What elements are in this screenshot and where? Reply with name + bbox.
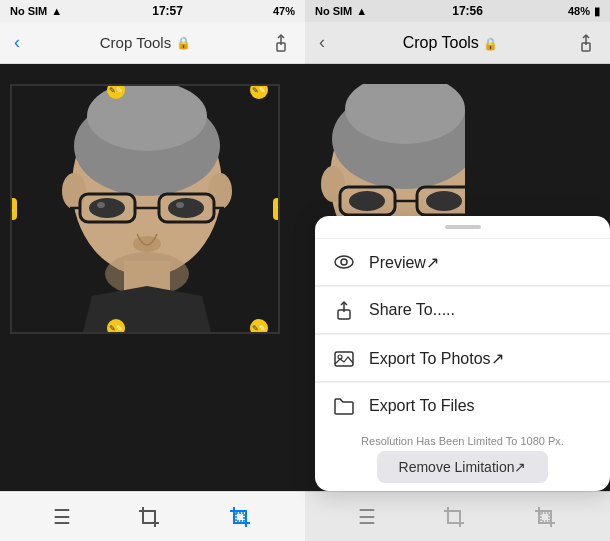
svg-point-35 [335,256,353,268]
svg-point-32 [349,191,385,211]
right-status-bar: No SIM ▲ 17:56 48% ▮ [305,0,610,22]
left-time: 17:57 [152,4,183,18]
back-button-left[interactable]: ‹ [14,32,20,53]
svg-rect-40 [541,513,549,521]
share-icon [333,299,355,321]
left-status-bar: No SIM ▲ 17:57 47% [0,0,305,22]
lock-icon-right: 🔒 [483,37,498,51]
left-bottom-nav: ☰ [0,491,305,541]
export-photos-item[interactable]: Export To Photos↗ [315,334,610,381]
share-label: Share To..... [369,301,455,319]
remove-limitation-button[interactable]: Remove Limitation↗ [377,451,549,483]
back-button-right[interactable]: ‹ [319,32,325,53]
svg-point-14 [168,198,204,218]
right-battery-icon: ▮ [594,5,600,18]
folder-icon [333,395,355,417]
wifi-icon-left: ▲ [51,5,62,17]
crop-button[interactable] [137,505,161,529]
right-toolbar: ‹ Crop Tools 🔒 [305,22,610,64]
right-status-right: 48% ▮ [568,5,600,18]
left-status-left: No SIM ▲ [10,5,62,17]
right-time: 17:56 [452,4,483,18]
svg-point-15 [97,202,105,208]
lock-icon-left: 🔒 [176,36,191,50]
export-files-label: Export To Files [369,397,475,415]
svg-point-33 [426,191,462,211]
no-sim-label: No SIM [10,5,47,17]
crop-handle-middle-left[interactable] [10,198,17,220]
share-button-right[interactable] [576,33,596,53]
preview-item[interactable]: Preview↗ [315,238,610,285]
share-button-left[interactable] [271,33,291,53]
menu-button[interactable]: ☰ [53,505,71,529]
crop-tools-title-right: Crop Tools [403,34,479,51]
right-status-left: No SIM ▲ [315,5,367,17]
left-toolbar: ‹ Crop Tools 🔒 [0,22,305,64]
resolution-text: Resolution Has Been Limited To 1080 Px. [315,429,610,451]
left-panel: No SIM ▲ 17:57 47% ‹ Crop Tools 🔒 [0,0,305,541]
right-toolbar-title: Crop Tools 🔒 [403,34,499,52]
crop-handle-bottom-right[interactable]: ✎ [250,319,268,334]
active-crop-button[interactable] [228,505,252,529]
battery-left: 47% [273,5,295,17]
right-crop-button[interactable] [442,505,466,529]
remove-limitation-label: Remove Limitation↗ [399,459,527,475]
svg-point-4 [62,173,86,209]
right-carrier: No SIM [315,5,352,17]
photo-icon [333,347,355,369]
svg-point-16 [176,202,184,208]
export-files-item[interactable]: Export To Files [315,382,610,429]
left-toolbar-title: Crop Tools 🔒 [100,34,191,51]
right-menu-button[interactable]: ☰ [358,505,376,529]
right-wifi-icon: ▲ [356,5,367,17]
svg-point-5 [208,173,232,209]
action-sheet: Preview↗ Share To..... E [315,216,610,491]
eye-icon [333,251,355,273]
right-active-crop-button[interactable] [533,505,557,529]
right-bottom-nav: ☰ [305,491,610,541]
face-image-left: ✎ ✎ ✎ ✎ [10,84,280,334]
remove-btn-container: Remove Limitation↗ [315,451,610,491]
svg-point-36 [341,259,347,265]
left-image-area: ✎ ✎ ✎ ✎ [0,64,305,491]
sheet-handle-bar [445,225,481,229]
sheet-handle [315,216,610,238]
crop-handle-bottom-left[interactable]: ✎ [107,319,125,334]
preview-label: Preview↗ [369,253,439,272]
share-to-item[interactable]: Share To..... [315,286,610,333]
svg-point-13 [89,198,125,218]
svg-point-17 [133,236,161,252]
left-status-right: 47% [273,5,295,17]
svg-rect-20 [236,513,244,521]
right-panel: No SIM ▲ 17:56 48% ▮ ‹ Crop Tools 🔒 [305,0,610,541]
export-photos-label: Export To Photos↗ [369,349,504,368]
crop-tools-title-left: Crop Tools [100,34,171,51]
right-battery: 48% [568,5,590,17]
